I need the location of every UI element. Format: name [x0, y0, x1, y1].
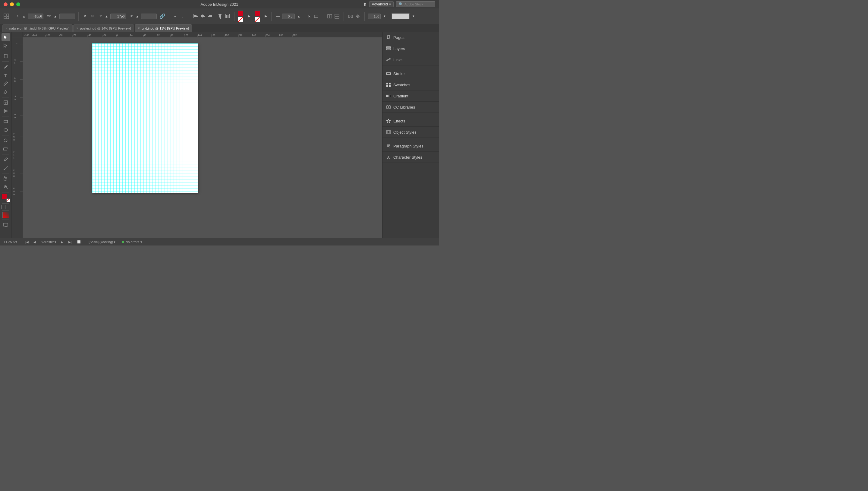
rotate-cw-icon[interactable]: ↻ [89, 13, 96, 20]
shear-tool[interactable] [1, 145, 10, 153]
columns-icon[interactable] [327, 13, 333, 20]
w-up-arrow[interactable]: ▲ [52, 13, 59, 20]
rotate-tool[interactable] [1, 137, 10, 144]
x-up-arrow[interactable]: ▲ [21, 13, 27, 20]
panel-item-paragraph-styles[interactable]: Paragraph Styles [382, 141, 439, 152]
panel-item-object-styles[interactable]: Object Styles [382, 127, 439, 138]
rotate-ccw-icon[interactable]: ↺ [82, 13, 89, 20]
tab-1[interactable]: × nature on film.indd @ 8% [GPU Preview] [2, 24, 73, 32]
color-display-arrow[interactable]: ▾ [410, 13, 417, 20]
rows-icon[interactable] [334, 13, 340, 20]
tool-sep-11 [2, 220, 9, 220]
transform-icons-group: ↺ ↻ [81, 13, 97, 20]
tab-3[interactable]: × grid.indd @ 11% [GPU Preview] [135, 24, 192, 32]
gap-icon[interactable] [347, 13, 354, 20]
panel-item-layers[interactable]: Layers [382, 43, 439, 54]
eraser-tool[interactable] [1, 88, 10, 96]
measure-tool[interactable] [1, 164, 10, 172]
effects-icon[interactable]: fx [306, 13, 312, 20]
align-center-icon[interactable] [199, 13, 206, 20]
close-button[interactable] [4, 2, 7, 6]
panel-item-gradient[interactable]: Gradient [382, 90, 439, 102]
pen-tool[interactable] [1, 63, 10, 70]
color-display[interactable] [392, 13, 410, 19]
panel-item-effects[interactable]: Effects [382, 116, 439, 127]
panel-item-pages[interactable]: Pages [382, 32, 439, 43]
fill-swatch2[interactable] [255, 10, 260, 16]
first-page-icon[interactable]: |◀ [24, 238, 30, 245]
next-page-icon[interactable]: ▶ [59, 238, 65, 245]
panel-item-swatches[interactable]: Swatches [382, 79, 439, 90]
stroke-swatch2[interactable] [255, 17, 260, 22]
rectangle-tool[interactable] [1, 118, 10, 125]
align-to-icon[interactable] [313, 13, 319, 20]
share-icon[interactable]: ⬆ [363, 1, 367, 7]
tab-2[interactable]: × poster.indd @ 14% [GPU Preview] [73, 24, 134, 32]
distribute-icon[interactable] [224, 13, 231, 20]
flip-group: ↔ ↕ [170, 13, 187, 20]
canvas-area[interactable] [23, 37, 382, 238]
stroke-width-arrow[interactable]: ▾ [381, 13, 388, 20]
panel-item-links[interactable]: Links [382, 54, 439, 65]
tab-close-3[interactable]: × [138, 27, 140, 30]
zoom-tool[interactable] [1, 183, 10, 191]
w-field[interactable] [59, 13, 75, 19]
crop-tool[interactable] [1, 98, 10, 107]
color-arrow-icon[interactable]: ▶ [246, 13, 252, 20]
adobe-stock-search[interactable]: 🔍 Adobe Stock [396, 1, 435, 7]
minimize-button[interactable] [10, 2, 14, 6]
status-div-1 [21, 240, 21, 244]
selection-tool[interactable] [1, 33, 10, 41]
svg-text:6: 6 [13, 173, 15, 174]
eyedropper-tool[interactable] [1, 155, 10, 164]
page-tool[interactable] [1, 52, 10, 60]
transform-reference-icon[interactable] [3, 13, 10, 20]
x-field[interactable]: -18p6 [28, 13, 43, 19]
y-up-arrow[interactable]: ▲ [103, 13, 110, 20]
fill-swatch[interactable] [238, 10, 243, 16]
frame-mode-icon[interactable] [1, 205, 5, 209]
align-top-icon[interactable] [217, 13, 224, 20]
zoom-control[interactable]: 11.25% ▾ [2, 240, 19, 244]
stroke-up-arrow[interactable]: ▲ [296, 13, 302, 20]
effects-label: Effects [393, 119, 405, 123]
constrain-proportions-icon[interactable]: 🔗 [159, 13, 166, 20]
tab-close-1[interactable]: × [6, 27, 7, 30]
page-selector[interactable]: B-Master ▾ [39, 240, 58, 244]
type-tool[interactable]: T [1, 71, 10, 79]
direct-selection-tool[interactable] [1, 41, 10, 50]
color-arrow2-icon[interactable]: ▶ [262, 13, 269, 20]
panel-item-cc-libraries[interactable]: CC Libraries [382, 102, 439, 113]
transform-point-icon[interactable] [354, 13, 361, 20]
flip-h-icon[interactable]: ↔ [172, 13, 178, 20]
align-right-icon[interactable] [207, 13, 213, 20]
normal-mode-icon[interactable] [2, 212, 9, 219]
prev-page-icon[interactable]: ◀ [31, 238, 38, 245]
ellipse-tool[interactable] [1, 126, 10, 134]
stroke-color-swatch-small[interactable] [6, 198, 10, 202]
stroke-value-field[interactable]: 0 pt [282, 13, 295, 19]
tab-close-2[interactable]: × [76, 27, 79, 30]
y-field[interactable]: 17p6 [110, 13, 126, 19]
stroke-type-icon[interactable] [275, 13, 281, 20]
screen-mode-icon[interactable] [1, 221, 10, 229]
h-field[interactable] [141, 13, 157, 19]
text-mode-icon[interactable]: T [6, 205, 10, 209]
scissors-tool[interactable] [1, 107, 10, 115]
last-page-icon[interactable]: ▶| [67, 238, 73, 245]
align-left-icon[interactable] [192, 13, 199, 20]
pencil-tool[interactable] [1, 80, 10, 87]
hand-tool[interactable] [1, 175, 10, 182]
preflight-icon[interactable]: 🔲 [76, 238, 82, 245]
maximize-button[interactable] [16, 2, 20, 6]
panel-item-character-styles[interactable]: A Character Styles [382, 152, 439, 163]
panel-item-stroke[interactable]: Stroke [382, 68, 439, 79]
style-selector[interactable]: [Basic] (working) ▾ [87, 240, 117, 244]
document-page [92, 44, 198, 193]
flip-v-icon[interactable]: ↕ [179, 13, 185, 20]
workspace-selector[interactable]: Advanced ▾ [369, 1, 394, 7]
stroke-swatch[interactable] [238, 17, 243, 22]
h-up-arrow[interactable]: ▲ [134, 13, 141, 20]
stroke-width-field[interactable]: 1p0 [368, 13, 381, 19]
svg-rect-24 [335, 14, 339, 16]
